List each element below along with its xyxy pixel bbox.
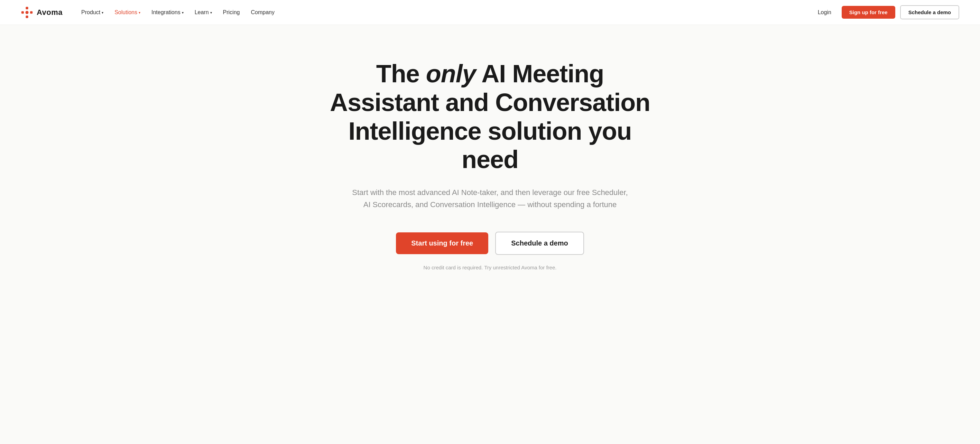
chevron-down-icon: ▾ xyxy=(182,11,184,14)
svg-rect-2 xyxy=(21,11,24,13)
nav-item-learn[interactable]: Learn ▾ xyxy=(190,6,217,18)
schedule-demo-nav-button[interactable]: Schedule a demo xyxy=(900,5,959,19)
login-button[interactable]: Login xyxy=(812,6,837,18)
avoma-logo-icon xyxy=(21,6,33,19)
svg-rect-3 xyxy=(30,11,32,13)
start-free-button[interactable]: Start using for free xyxy=(396,232,488,254)
nav-item-integrations[interactable]: Integrations ▾ xyxy=(146,6,188,18)
logo-text: Avoma xyxy=(37,8,63,17)
hero-title: The only AI Meeting Assistant and Conver… xyxy=(321,59,659,174)
navbar: Avoma Product ▾ Solutions ▾ Integrations… xyxy=(0,0,980,25)
hero-note: No credit card is required. Try unrestri… xyxy=(423,264,557,271)
hero-subtitle: Start with the most advanced AI Note-tak… xyxy=(348,186,632,211)
hero-cta-group: Start using for free Schedule a demo xyxy=(396,232,584,255)
nav-item-product[interactable]: Product ▾ xyxy=(76,6,108,18)
navbar-left: Avoma Product ▾ Solutions ▾ Integrations… xyxy=(21,6,279,19)
svg-rect-0 xyxy=(25,6,28,9)
svg-point-4 xyxy=(25,11,29,14)
chevron-down-icon: ▾ xyxy=(210,11,212,14)
schedule-demo-button[interactable]: Schedule a demo xyxy=(495,232,584,255)
nav-item-solutions[interactable]: Solutions ▾ xyxy=(110,6,145,18)
svg-rect-1 xyxy=(25,16,28,18)
logo-link[interactable]: Avoma xyxy=(21,6,63,19)
navbar-right: Login Sign up for free Schedule a demo xyxy=(812,5,959,19)
chevron-down-icon: ▾ xyxy=(138,11,140,14)
nav-item-company[interactable]: Company xyxy=(246,6,279,18)
nav-items: Product ▾ Solutions ▾ Integrations ▾ Lea… xyxy=(76,6,279,18)
hero-section: The only AI Meeting Assistant and Conver… xyxy=(283,25,697,298)
nav-item-pricing[interactable]: Pricing xyxy=(218,6,245,18)
chevron-down-icon: ▾ xyxy=(102,11,103,14)
signup-button[interactable]: Sign up for free xyxy=(842,6,895,19)
